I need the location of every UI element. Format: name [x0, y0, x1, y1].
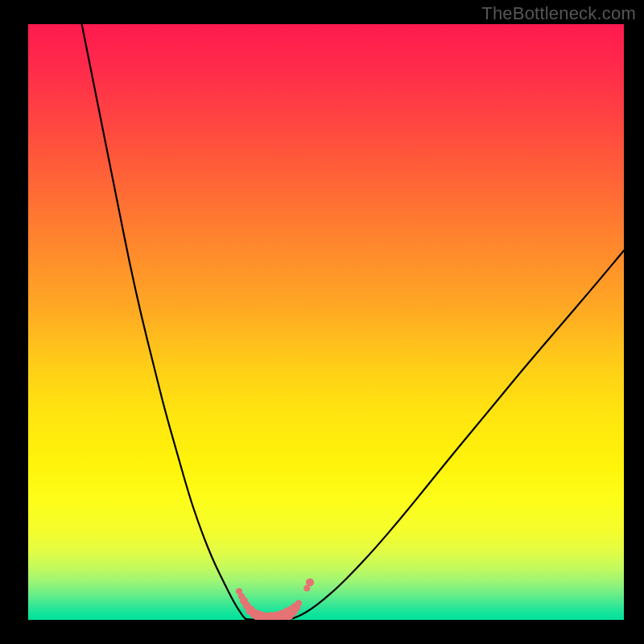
- watermark-text: TheBottleneck.com: [481, 3, 636, 24]
- chart-frame: TheBottleneck.com: [0, 0, 644, 644]
- plot-area: [28, 24, 624, 620]
- gradient-background: [28, 24, 624, 620]
- data-point: [306, 578, 314, 586]
- chart-svg: [28, 24, 624, 620]
- data-point: [295, 600, 302, 606]
